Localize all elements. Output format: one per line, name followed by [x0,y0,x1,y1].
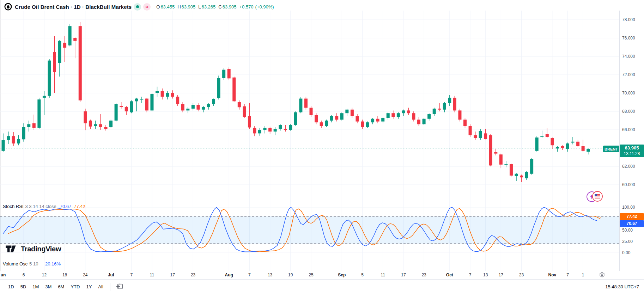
volume-osc-params: 5 10 [29,261,38,267]
axis-settings-gear-icon[interactable] [599,272,605,278]
stoch-d-badge: 77.42 [620,213,644,220]
stoch-rsi-legend[interactable]: Stoch RSI 3 3 14 14 close 70.67 77.42 [3,204,85,209]
price-axis-label: 78.000 [622,17,643,23]
low-label: L [198,4,201,10]
symbol-title[interactable]: Crude Oil Brent Cash · 1D · BlackBull Ma… [15,4,132,10]
range-button-5d[interactable]: 5D [17,282,30,291]
time-tick-23: 23 [191,272,195,277]
price-axis-label: 68.000 [622,109,643,114]
time-tick-5: 5 [361,272,364,277]
range-button-1m[interactable]: 1M [29,282,42,291]
clock-timezone[interactable]: 15:48:30 UTC+7 [605,284,639,289]
stoch-axis-label: 0.00 [622,250,643,256]
time-tick-un: un [1,272,6,277]
time-tick-sep: Sep [338,272,346,277]
oil-drop-logo-icon [4,3,12,11]
date-range-buttons: 1D5D1M3M6MYTD1YAll [5,282,107,291]
stoch-title: Stoch RSI [3,204,24,209]
price-axis-label: 62.000 [622,164,643,169]
close-value: 63.905 [223,4,237,10]
time-tick-oct: Oct [446,272,453,277]
time-tick-23: 23 [421,272,426,277]
time-tick-13: 13 [483,272,488,277]
open-label: O [156,4,160,10]
chart-canvas[interactable] [0,0,644,279]
stoch-d-value: 77.42 [74,204,85,209]
symbol-price-pill: BRENT [603,146,619,152]
open-value: 63.455 [160,4,175,10]
time-axis[interactable]: un6121824Jul7111723Aug7131925Sep5111723O… [0,271,619,279]
stoch-axis-label: 50.00 [622,227,643,233]
range-button-all[interactable]: All [95,282,106,291]
time-tick-12: 12 [42,272,47,277]
last-price-badge: 63.905 13:11:28 [620,145,644,157]
goto-date-button[interactable] [114,282,126,292]
ohlc-values: O63.455 H63.905 L63.265 C63.905 +0.570 (… [156,4,274,10]
time-tick-13: 13 [268,272,272,277]
stoch-k-badge: 70.67 [620,220,644,227]
time-tick-19: 19 [288,272,293,277]
time-tick-jul: Jul [108,272,114,277]
time-tick-17: 17 [401,272,406,277]
bottom-toolbar: 1D5D1M3M6MYTD1YAll 15:48:30 UTC+7 [0,279,644,294]
time-tick-25: 25 [309,272,313,277]
tradingview-wordmark: TradingView [21,245,61,253]
stoch-axis-label: 25.00 [622,239,643,244]
us-flag-event-icon[interactable] [592,191,603,202]
time-tick-7: 7 [469,272,472,277]
range-button-1d[interactable]: 1D [5,282,17,291]
change-percent: (+0.90%) [255,4,274,10]
time-tick-6: 6 [23,272,25,277]
time-tick-24: 24 [83,272,87,277]
stoch-k-value: 70.67 [60,204,72,209]
toolbar-divider [110,283,110,291]
price-axis-label: 72.000 [622,72,643,78]
tradingview-logo[interactable]: TradingView [6,245,61,253]
time-tick-aug: Aug [225,272,233,277]
volume-osc-legend[interactable]: Volume Osc 5 10 −20.16% [3,261,61,267]
time-tick-11: 11 [150,272,154,277]
chart-legend-header: Crude Oil Brent Cash · 1D · BlackBull Ma… [4,2,274,11]
range-button-6m[interactable]: 6M [55,282,67,291]
high-label: H [177,4,181,10]
time-tick-1: 1 [582,272,584,277]
time-tick-7: 7 [566,272,569,277]
close-label: C [218,4,221,10]
price-axis-label: 76.000 [622,35,643,41]
price-axis-label: 66.000 [622,127,643,133]
time-tick-17: 17 [170,272,175,277]
range-button-ytd[interactable]: YTD [67,282,83,291]
volume-osc-title: Volume Osc [3,261,28,267]
time-tick-18: 18 [62,272,67,277]
event-markers [587,191,605,202]
bar-countdown: 13:11:28 [620,151,644,157]
low-value: 63.265 [202,4,216,10]
stoch-params: 3 3 14 14 close [25,204,56,209]
time-tick-7: 7 [248,272,251,277]
volume-osc-value: −20.16% [42,261,61,267]
range-button-1y[interactable]: 1Y [83,282,95,291]
time-tick-nov: Nov [548,272,557,277]
time-tick-23: 23 [519,272,524,277]
time-tick-11: 11 [381,272,385,277]
market-status-dot-icon[interactable] [134,3,141,11]
high-value: 63.905 [182,4,196,10]
time-tick-17: 17 [499,272,503,277]
calendar-goto-icon [116,283,123,290]
last-price-value: 63.905 [620,145,644,151]
range-button-3m[interactable]: 3M [42,282,55,291]
price-axis-label: 74.000 [622,54,643,59]
price-axis-label: 70.000 [622,90,643,96]
stoch-axis-label: 100.00 [622,204,643,210]
approx-data-icon[interactable]: ≈ [143,3,151,11]
price-axis-label: 60.000 [622,182,643,188]
tradingview-logo-icon [6,245,18,253]
tradingview-chart-app: Crude Oil Brent Cash · 1D · BlackBull Ma… [0,0,644,294]
change-value: +0.570 [239,4,253,10]
time-tick-7: 7 [130,272,133,277]
